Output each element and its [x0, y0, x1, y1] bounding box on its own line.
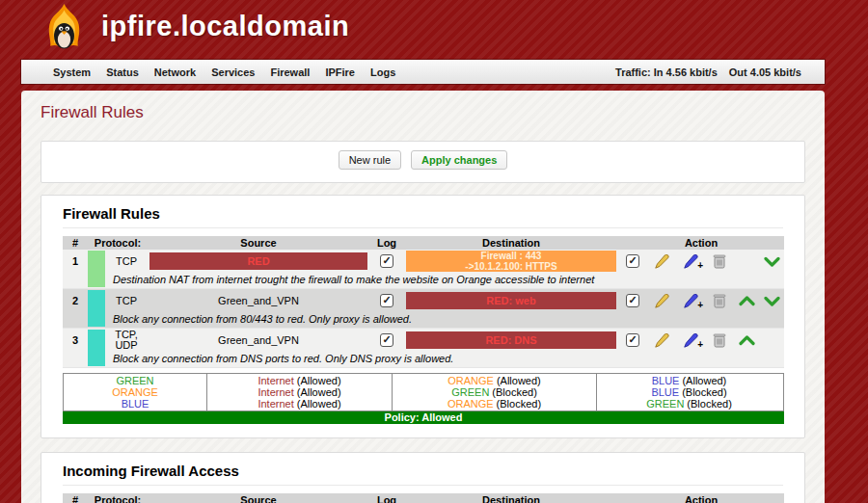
rule-number: 3 [63, 329, 88, 352]
copy-rule-icon[interactable]: + [676, 254, 705, 269]
menu-item-logs[interactable]: Logs [370, 66, 395, 78]
page-hostname: ipfire.localdomain [101, 11, 349, 42]
table-header-row: # Protocol: Source Log Destination Actio… [63, 236, 784, 250]
delete-icon[interactable] [705, 332, 734, 348]
traffic-in: Traffic: In 4.56 kbit/s [615, 66, 718, 78]
menu-item-ipfire[interactable]: IPFire [325, 66, 355, 78]
col-header-protocol: Protocol: [88, 236, 148, 250]
table-row-rule-3: 3 TCP, UDP Green_and_VPN RED: DNS [63, 329, 784, 368]
log-checkbox[interactable] [380, 333, 393, 347]
log-checkbox[interactable] [380, 294, 393, 307]
rule-protocol: TCP [105, 250, 148, 273]
toolbar-box: New rule Apply changes [41, 141, 805, 183]
masthead: ipfire.localdomain [0, 0, 868, 60]
copy-rule-icon[interactable]: + [676, 333, 705, 348]
traffic-out: Out 4.05 kbit/s [729, 66, 801, 78]
col-header-source: Source [148, 236, 369, 250]
destination-badge: RED: DNS [406, 331, 616, 349]
copy-rule-icon[interactable]: + [676, 294, 705, 308]
menu-item-firewall[interactable]: Firewall [270, 66, 310, 78]
heading-divider [63, 227, 783, 228]
rule-remark: Destination NAT from internet trought th… [105, 273, 784, 288]
destination-badge: RED: web [406, 292, 616, 309]
legend-internet-policies: Internet(Allowed) Internet(Allowed) Inte… [206, 374, 392, 410]
col-header-log: Log [369, 236, 404, 250]
menu-item-status[interactable]: Status [106, 66, 139, 78]
firewall-rules-table: # Protocol: Source Log Destination Actio… [63, 236, 784, 368]
edit-icon[interactable] [647, 333, 676, 348]
apply-changes-button[interactable]: Apply changes [411, 150, 507, 170]
col-header-source: Source [148, 493, 369, 503]
rule-color-tag [88, 330, 105, 366]
delete-icon[interactable] [705, 293, 734, 308]
traffic-indicator: Traffic: In 4.56 kbit/s Out 4.05 kbit/s [615, 66, 825, 78]
source-label: Green_and_VPN [218, 334, 299, 346]
source-label: Green_and_VPN [218, 295, 299, 306]
rule-protocol: TCP, UDP [105, 329, 148, 352]
edit-icon[interactable] [647, 254, 676, 269]
incoming-access-table: # Protocol: Source Log Destination Actio… [63, 493, 784, 503]
page-title: Firewall Rules [41, 103, 825, 122]
heading-divider [63, 485, 783, 486]
col-header-action: Action [618, 236, 784, 250]
col-header-num: # [63, 236, 88, 250]
rule-protocol: TCP [105, 289, 148, 312]
delete-icon[interactable] [705, 253, 734, 269]
table-row-rule-1: 1 TCP RED Firewall : 443 ->10.1.2.100: H… [63, 250, 784, 289]
col-header-dest: Destination [404, 236, 618, 250]
enabled-checkbox[interactable] [626, 254, 639, 268]
col-header-dest: Destination [404, 493, 618, 503]
main-content-panel: Firewall Rules New rule Apply changes Fi… [21, 91, 825, 503]
rule-remark: Block any connection from 80/443 to red.… [105, 312, 784, 328]
move-down-icon[interactable] [759, 256, 784, 267]
log-checkbox[interactable] [380, 254, 393, 268]
new-rule-button[interactable]: New rule [339, 150, 401, 170]
section-heading: Firewall Rules [63, 205, 783, 222]
destination-badge: Firewall : 443 ->10.1.2.100: HTTPS [406, 251, 616, 272]
source-badge: RED [149, 252, 367, 270]
legend-zone-policies-1: ORANGE(Allowed) GREEN(Blocked) ORANGE(Bl… [392, 374, 596, 410]
firewall-rules-section: Firewall Rules # Protocol: Source Log De… [41, 195, 805, 438]
menu-items: System Status Network Services Firewall … [21, 66, 395, 78]
rule-number: 1 [63, 250, 88, 273]
main-menubar: System Status Network Services Firewall … [21, 60, 825, 84]
enabled-checkbox[interactable] [626, 294, 639, 307]
ipfire-logo-icon [37, 3, 92, 58]
rule-number: 2 [63, 289, 88, 312]
menu-item-system[interactable]: System [53, 66, 91, 78]
table-row-rule-2: 2 TCP Green_and_VPN RED: web [63, 289, 784, 329]
policy-legend: GREEN ORANGE BLUE Internet(Allowed) Inte… [63, 373, 784, 411]
col-header-num: # [63, 493, 88, 503]
section-heading: Incoming Firewall Access [63, 463, 783, 479]
rule-actions: + [618, 329, 784, 352]
legend-zone-policies-2: BLUE(Allowed) BLUE(Blocked) GREEN(Blocke… [596, 374, 781, 410]
col-header-action: Action [618, 493, 784, 503]
enabled-checkbox[interactable] [626, 333, 639, 347]
rule-actions: + [618, 289, 784, 312]
rule-color-tag [88, 290, 105, 327]
rule-color-tag [88, 251, 105, 287]
rule-actions: + [618, 250, 784, 273]
legend-networks: GREEN ORANGE BLUE [64, 374, 206, 410]
col-header-protocol: Protocol: [88, 493, 148, 503]
incoming-firewall-access-section: Incoming Firewall Access # Protocol: Sou… [41, 452, 805, 503]
menu-item-services[interactable]: Services [211, 66, 255, 78]
policy-status-bar: Policy: Allowed [63, 411, 784, 424]
edit-icon[interactable] [647, 294, 676, 308]
col-header-log: Log [369, 493, 404, 503]
move-up-icon[interactable] [734, 296, 759, 306]
table-header-row: # Protocol: Source Log Destination Actio… [63, 493, 784, 503]
move-up-icon[interactable] [734, 335, 759, 346]
move-down-icon[interactable] [759, 296, 784, 306]
rule-remark: Block any connection from DNS ports to r… [105, 352, 784, 367]
menu-item-network[interactable]: Network [154, 66, 196, 78]
